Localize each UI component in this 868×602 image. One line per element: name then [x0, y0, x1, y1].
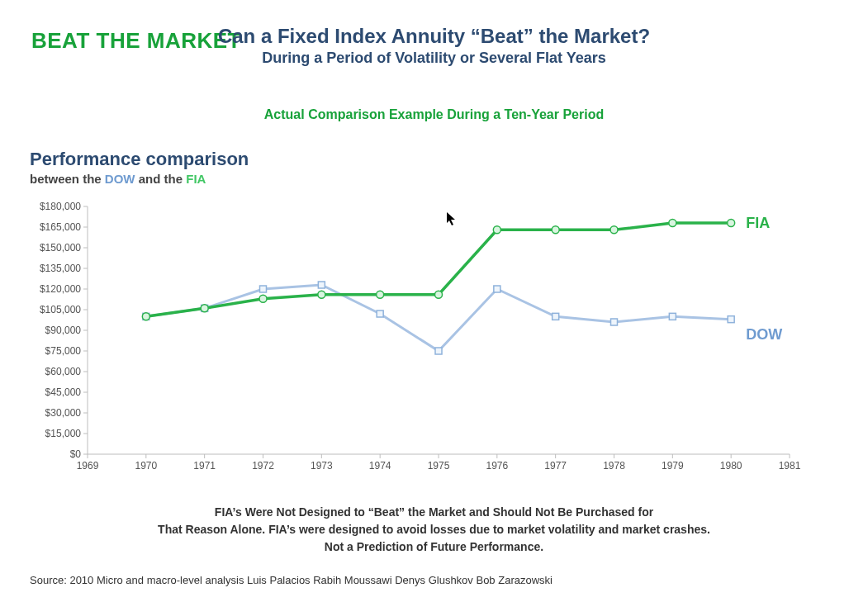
svg-text:$180,000: $180,000 — [40, 201, 81, 212]
svg-text:$60,000: $60,000 — [45, 366, 82, 377]
svg-text:$120,000: $120,000 — [40, 283, 81, 295]
svg-text:1981: 1981 — [779, 460, 801, 472]
svg-text:$90,000: $90,000 — [45, 325, 82, 336]
example-caption: Actual Comparison Example During a Ten-Y… — [0, 107, 868, 122]
disclaimer-line3: Not a Prediction of Future Performance. — [0, 538, 868, 556]
svg-text:$165,000: $165,000 — [40, 221, 81, 233]
svg-rect-64 — [728, 316, 734, 323]
svg-point-73 — [610, 226, 618, 234]
svg-rect-63 — [669, 313, 676, 320]
svg-rect-61 — [553, 313, 559, 320]
svg-rect-59 — [435, 348, 442, 354]
svg-text:1973: 1973 — [311, 460, 333, 472]
svg-text:$15,000: $15,000 — [45, 428, 82, 439]
chart-subtitle-dow: DOW — [105, 172, 135, 186]
svg-point-67 — [259, 295, 267, 302]
svg-point-66 — [201, 305, 208, 312]
svg-point-70 — [435, 291, 443, 298]
svg-text:1979: 1979 — [662, 460, 684, 472]
chart-title: Performance comparison — [30, 149, 249, 170]
chart-subtitle-prefix: between the — [30, 172, 105, 186]
svg-text:$30,000: $30,000 — [45, 407, 82, 419]
svg-text:DOW: DOW — [746, 326, 782, 343]
source-citation: Source: 2010 Micro and macro-level analy… — [30, 574, 553, 586]
svg-text:$45,000: $45,000 — [45, 386, 82, 398]
svg-text:1975: 1975 — [428, 460, 450, 472]
page-title: Can a Fixed Index Annuity “Beat” the Mar… — [0, 25, 868, 48]
svg-point-71 — [493, 226, 500, 234]
svg-text:$105,000: $105,000 — [40, 304, 81, 315]
svg-text:$150,000: $150,000 — [40, 242, 81, 254]
svg-text:1969: 1969 — [77, 460, 99, 472]
svg-text:1976: 1976 — [486, 460, 508, 472]
svg-text:1978: 1978 — [603, 460, 625, 472]
svg-text:1977: 1977 — [544, 460, 567, 472]
svg-rect-56 — [260, 286, 267, 292]
svg-point-72 — [552, 226, 559, 234]
chart-subtitle-middle: and the — [139, 172, 187, 186]
svg-rect-58 — [377, 310, 383, 317]
svg-rect-62 — [611, 319, 618, 325]
chart-subtitle: between the DOW and the FIA — [30, 172, 206, 186]
svg-point-69 — [377, 291, 384, 298]
svg-text:$135,000: $135,000 — [40, 263, 81, 274]
performance-chart: $0$15,000$30,000$45,000$60,000$75,000$90… — [30, 198, 839, 479]
disclaimer-line2: That Reason Alone. FIA’s were designed t… — [0, 521, 868, 538]
svg-text:1972: 1972 — [252, 460, 274, 472]
page-subtitle: During a Period of Volatility or Several… — [0, 50, 868, 67]
svg-text:1974: 1974 — [369, 460, 391, 472]
disclaimer-line1: FIA’s Were Not Designed to “Beat” the Ma… — [0, 504, 868, 521]
svg-point-65 — [142, 313, 149, 320]
svg-point-74 — [669, 220, 676, 227]
svg-rect-60 — [494, 286, 500, 292]
svg-text:1980: 1980 — [720, 460, 742, 472]
svg-point-75 — [728, 220, 735, 227]
svg-text:1971: 1971 — [193, 460, 216, 472]
disclaimer-text: FIA’s Were Not Designed to “Beat” the Ma… — [0, 504, 868, 556]
svg-rect-57 — [318, 282, 325, 288]
svg-text:$0: $0 — [70, 448, 82, 460]
svg-text:FIA: FIA — [746, 215, 770, 231]
chart-subtitle-fia: FIA — [186, 172, 206, 186]
svg-point-68 — [318, 291, 325, 298]
svg-text:1970: 1970 — [135, 460, 157, 472]
svg-text:$75,000: $75,000 — [45, 345, 82, 357]
